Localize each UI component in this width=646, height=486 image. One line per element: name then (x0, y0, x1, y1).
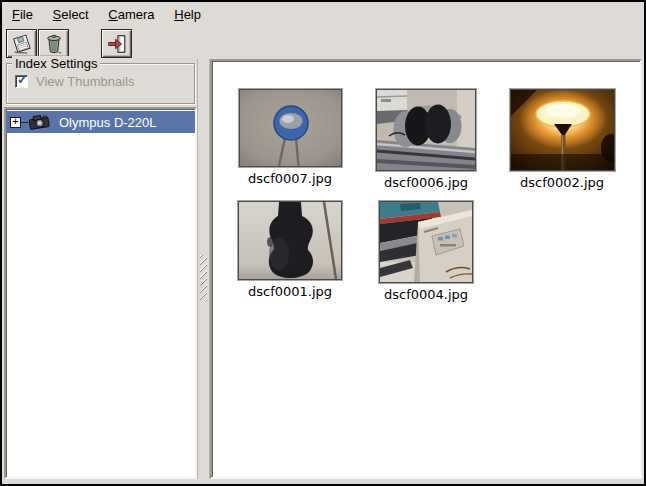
thumbnail-panel: dscf0007.jpg (210, 59, 642, 479)
camera-tree: + Olympus D-220L (4, 107, 197, 479)
photo-dscf0007[interactable] (239, 89, 342, 167)
thumbnail-item[interactable]: dscf0001.jpg (222, 201, 358, 313)
photo-dscf0001[interactable] (238, 201, 342, 280)
tree-item-label: Olympus D-220L (59, 115, 157, 130)
menu-help[interactable]: Help (166, 6, 209, 23)
frame-title: Index Settings (12, 56, 100, 71)
exit-button[interactable] (101, 29, 132, 58)
thumbnail-item[interactable]: dscf0007.jpg (222, 89, 358, 201)
thumbnail-filename: dscf0006.jpg (384, 175, 468, 190)
check-icon: ✓ (17, 73, 28, 86)
thumbnail-item[interactable]: dscf0006.jpg (358, 89, 494, 201)
exit-door-icon (106, 33, 128, 55)
save-button[interactable] (6, 29, 37, 58)
expander-icon[interactable]: + (10, 117, 21, 128)
thumbnail-filename: dscf0002.jpg (520, 175, 604, 190)
thumbnail-filename: dscf0001.jpg (248, 284, 332, 299)
tree-item-olympus[interactable]: + Olympus D-220L (6, 111, 195, 133)
thumbnail-filename: dscf0004.jpg (384, 287, 468, 302)
checkbox-label: View Thumbnails (36, 74, 135, 89)
camera-icon (28, 114, 50, 130)
checkbox-box[interactable]: ✓ (15, 75, 28, 88)
floppy-disk-icon (11, 33, 33, 55)
thumbnail-item[interactable]: dscf0004.jpg (358, 201, 494, 313)
thumbnail-item[interactable]: dscf0002.jpg (494, 89, 630, 201)
pane-splitter[interactable] (197, 59, 210, 479)
tree-connector (21, 122, 28, 123)
thumbnail-grid: dscf0007.jpg (214, 63, 638, 475)
delete-button[interactable] (38, 29, 69, 58)
photo-dscf0002[interactable] (510, 89, 615, 171)
menu-camera[interactable]: Camera (100, 6, 162, 23)
menubar: File Select Camera Help (2, 2, 644, 27)
view-thumbnails-checkbox[interactable]: ✓ View Thumbnails (15, 74, 135, 89)
splitter-grip[interactable] (200, 255, 207, 301)
menu-file[interactable]: File (4, 6, 41, 23)
photo-dscf0006[interactable] (376, 89, 476, 171)
gtkam-window: File Select Camera Help (0, 0, 646, 486)
index-settings-frame: Index Settings ✓ View Thumbnails (6, 63, 195, 104)
photo-dscf0004[interactable] (379, 201, 473, 283)
menu-select[interactable]: Select (45, 6, 97, 23)
thumbnail-filename: dscf0007.jpg (248, 171, 332, 186)
trash-icon (43, 33, 65, 55)
